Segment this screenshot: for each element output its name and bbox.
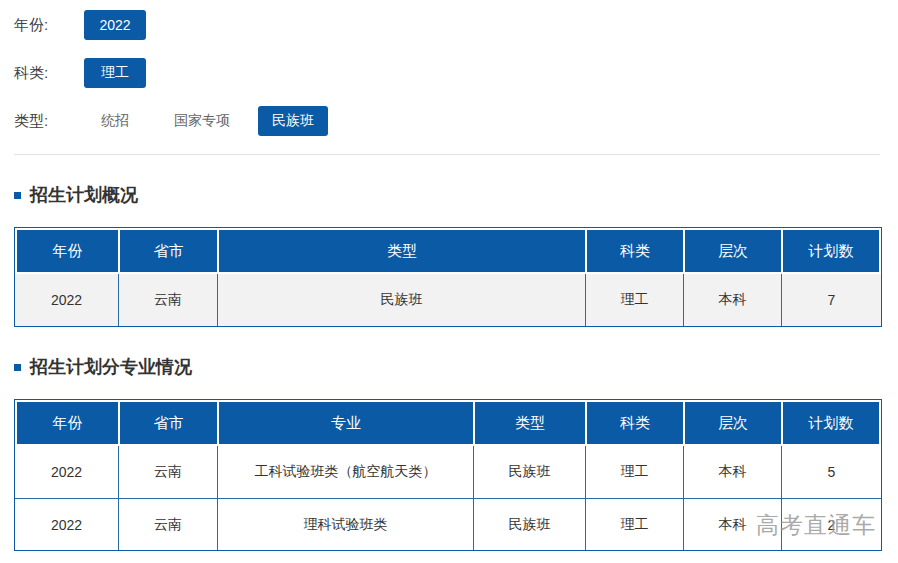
cell-plan-count: 5 — [781, 446, 881, 498]
column-header-subject: 科类 — [585, 400, 683, 446]
cell-subject: 理工 — [585, 274, 683, 326]
column-header-province: 省市 — [118, 228, 217, 274]
column-header-plan-count: 计划数 — [781, 228, 881, 274]
plan-by-major-table: 年份 省市 专业 类型 科类 层次 计划数 2022 云南 工科试验班类（航空航… — [14, 399, 882, 551]
cell-level: 本科 — [683, 498, 781, 550]
column-header-subject: 科类 — [585, 228, 683, 274]
cell-plan-count: 2 — [781, 498, 881, 550]
divider — [14, 154, 880, 155]
admission-plan-page: 年份: 2022 科类: 理工 类型: 统招 国家专项 民族班 招生计划概况 年… — [0, 0, 898, 563]
type-option-general[interactable]: 统招 — [84, 106, 146, 136]
cell-major: 工科试验班类（航空航天类） — [217, 446, 473, 498]
section-title-plan-by-major: 招生计划分专业情况 — [14, 355, 880, 379]
square-bullet-icon — [14, 192, 21, 199]
section-title-text: 招生计划分专业情况 — [30, 355, 192, 379]
table-row: 2022 云南 理科试验班类 民族班 理工 本科 2 — [15, 498, 881, 550]
cell-major: 理科试验班类 — [217, 498, 473, 550]
table-row: 2022 云南 工科试验班类（航空航天类） 民族班 理工 本科 5 — [15, 446, 881, 498]
column-header-type: 类型 — [217, 228, 585, 274]
cell-level: 本科 — [683, 446, 781, 498]
table-header-row: 年份 省市 专业 类型 科类 层次 计划数 — [15, 400, 881, 446]
column-header-level: 层次 — [683, 400, 781, 446]
filter-row-year: 年份: 2022 — [14, 10, 880, 40]
type-option-national-special[interactable]: 国家专项 — [160, 106, 244, 136]
subject-filter-label: 科类: — [14, 64, 84, 83]
square-bullet-icon — [14, 364, 21, 371]
column-header-year: 年份 — [15, 228, 118, 274]
column-header-major: 专业 — [217, 400, 473, 446]
cell-year: 2022 — [15, 446, 118, 498]
cell-year: 2022 — [15, 498, 118, 550]
cell-level: 本科 — [683, 274, 781, 326]
column-header-year: 年份 — [15, 400, 118, 446]
plan-overview-table: 年份 省市 类型 科类 层次 计划数 2022 云南 民族班 理工 本科 7 — [14, 227, 882, 327]
table-header-row: 年份 省市 类型 科类 层次 计划数 — [15, 228, 881, 274]
year-option-2022[interactable]: 2022 — [84, 10, 146, 40]
section-title-plan-overview: 招生计划概况 — [14, 183, 880, 207]
cell-plan-count: 7 — [781, 274, 881, 326]
section-title-text: 招生计划概况 — [30, 183, 138, 207]
subject-option-science[interactable]: 理工 — [84, 58, 146, 88]
filter-row-type: 类型: 统招 国家专项 民族班 — [14, 106, 880, 136]
cell-year: 2022 — [15, 274, 118, 326]
column-header-plan-count: 计划数 — [781, 400, 881, 446]
cell-type: 民族班 — [473, 498, 585, 550]
cell-type: 民族班 — [473, 446, 585, 498]
column-header-level: 层次 — [683, 228, 781, 274]
column-header-type: 类型 — [473, 400, 585, 446]
type-filter-label: 类型: — [14, 112, 84, 131]
year-filter-label: 年份: — [14, 16, 84, 35]
column-header-province: 省市 — [118, 400, 217, 446]
table-row: 2022 云南 民族班 理工 本科 7 — [15, 274, 881, 326]
cell-type: 民族班 — [217, 274, 585, 326]
cell-subject: 理工 — [585, 446, 683, 498]
cell-province: 云南 — [118, 498, 217, 550]
filter-row-subject: 科类: 理工 — [14, 58, 880, 88]
cell-subject: 理工 — [585, 498, 683, 550]
cell-province: 云南 — [118, 274, 217, 326]
cell-province: 云南 — [118, 446, 217, 498]
type-option-ethnic-class[interactable]: 民族班 — [258, 106, 328, 136]
